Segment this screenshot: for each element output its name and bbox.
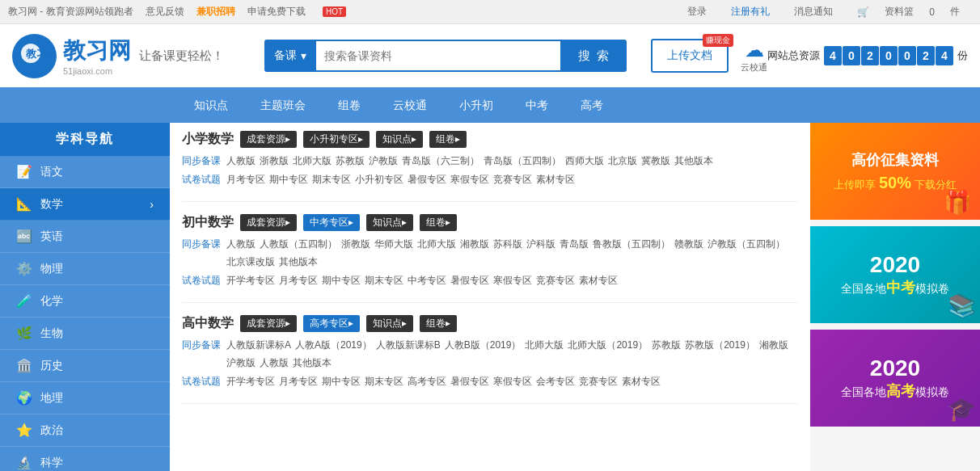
sidebar-item-历史[interactable]: 🏛️ 历史: [0, 350, 170, 382]
row-link[interactable]: 素材专区: [579, 274, 618, 288]
sidebar-item-物理[interactable]: ⚙️ 物理: [0, 253, 170, 285]
row-link[interactable]: 沪科版: [526, 238, 555, 251]
sidebar-item-政治[interactable]: ⭐ 政治: [0, 414, 170, 447]
sidebar-item-生物[interactable]: 🌿 生物: [0, 318, 170, 350]
tag-btn-3[interactable]: 组卷▸: [429, 131, 467, 148]
tag-btn-3[interactable]: 组卷▸: [420, 214, 457, 231]
tag-btn-3[interactable]: 组卷▸: [420, 315, 457, 332]
row-link[interactable]: 寒假专区: [493, 375, 532, 389]
row-link[interactable]: 高考专区: [408, 375, 446, 389]
tag-btn-0[interactable]: 成套资源▸: [240, 131, 297, 148]
row-link[interactable]: 寒假专区: [450, 173, 489, 187]
row-link[interactable]: 冀教版: [641, 154, 670, 168]
row-link[interactable]: 北师大版: [293, 154, 332, 168]
row-link[interactable]: 青岛版: [560, 238, 589, 251]
row-link[interactable]: 浙教版: [260, 154, 289, 168]
row-link[interactable]: 沪教版: [226, 356, 256, 370]
row-link[interactable]: 其他版本: [293, 356, 332, 370]
row-link[interactable]: 人教版新课标A: [226, 339, 291, 352]
sidebar-item-语文[interactable]: 📝 语文: [0, 156, 170, 188]
row-link[interactable]: 青岛版（六三制）: [402, 154, 479, 168]
free-download-link[interactable]: 申请免费下载 HOT: [247, 5, 358, 19]
row-link[interactable]: 开学考专区: [226, 274, 275, 288]
nav-tab-中考[interactable]: 中考: [509, 89, 564, 123]
search-dropdown[interactable]: 备课 ▾: [264, 40, 316, 72]
row-link[interactable]: 寒假专区: [493, 274, 532, 288]
row-link[interactable]: 期中专区: [322, 375, 361, 389]
row-link[interactable]: 北师大版: [417, 238, 456, 251]
row-link[interactable]: 人教A版（2019）: [295, 339, 372, 352]
row-link[interactable]: 北京课改版: [226, 255, 275, 269]
row-link[interactable]: 人教版: [226, 238, 256, 251]
row-link[interactable]: 人教版: [260, 356, 289, 370]
sidebar-item-化学[interactable]: 🧪 化学: [0, 285, 170, 318]
cart-area[interactable]: 🛒 资料篮 0 件: [857, 5, 972, 19]
row-link[interactable]: 苏教版: [652, 339, 681, 352]
row-link[interactable]: 期中专区: [269, 173, 308, 187]
row-link[interactable]: 湘教版: [460, 238, 489, 251]
row-link[interactable]: 月考专区: [279, 274, 318, 288]
row-link[interactable]: 期末专区: [365, 274, 403, 288]
banner-zhongkao[interactable]: 2020 全国各地中考模拟卷 📚: [810, 226, 980, 323]
feedback-link[interactable]: 意见反馈: [146, 5, 184, 19]
nav-tab-组卷[interactable]: 组卷: [322, 89, 377, 123]
row-link[interactable]: 月考专区: [279, 375, 318, 389]
sidebar-item-地理[interactable]: 🌍 地理: [0, 382, 170, 414]
sidebar-item-数学[interactable]: 📐 数学 ›: [0, 188, 170, 221]
row-link[interactable]: 月考专区: [226, 173, 265, 187]
row-link[interactable]: 西师大版: [565, 154, 604, 168]
row-link[interactable]: 北师大版（2019）: [568, 339, 648, 352]
tag-btn-0[interactable]: 成套资源▸: [240, 315, 297, 332]
row-link[interactable]: 素材专区: [622, 375, 661, 389]
nav-tab-知识点[interactable]: 知识点: [178, 89, 244, 123]
row-link[interactable]: 青岛版（五四制）: [484, 154, 561, 168]
row-link[interactable]: 人教B版（2019）: [445, 339, 522, 352]
banner-gaokao[interactable]: 2020 全国各地高考模拟卷 🎓: [810, 330, 980, 427]
row-link[interactable]: 沪教版: [369, 154, 398, 168]
login-link[interactable]: 登录: [687, 5, 707, 19]
sidebar-item-英语[interactable]: 🔤 英语: [0, 221, 170, 253]
row-link[interactable]: 会考专区: [536, 375, 575, 389]
row-link[interactable]: 人教版（五四制）: [260, 238, 337, 251]
row-link[interactable]: 暑假专区: [408, 173, 446, 187]
banner-collect[interactable]: 高价征集资料 上传即享 50% 下载分红 🎁: [810, 123, 980, 220]
row-link[interactable]: 苏教版（2019）: [685, 339, 755, 352]
row-link[interactable]: 苏科版: [493, 238, 522, 251]
nav-tab-小升初[interactable]: 小升初: [443, 89, 509, 123]
tag-btn-2[interactable]: 知识点▸: [366, 214, 413, 231]
row-link[interactable]: 赣教版: [674, 238, 703, 251]
tag-btn-1[interactable]: 高考专区▸: [303, 315, 360, 332]
row-link[interactable]: 小升初专区: [355, 173, 403, 187]
cloud-btn[interactable]: ☁ 云校通: [741, 39, 767, 74]
tag-btn-1[interactable]: 小升初专区▸: [303, 131, 370, 148]
row-link[interactable]: 竞赛专区: [536, 274, 575, 288]
part-time-link[interactable]: 兼职招聘: [196, 5, 235, 19]
row-link[interactable]: 鲁教版（五四制）: [593, 238, 670, 251]
row-link[interactable]: 开学考专区: [226, 375, 275, 389]
row-link[interactable]: 华师大版: [374, 238, 413, 251]
nav-tab-云校通[interactable]: 云校通: [377, 89, 443, 123]
row-link[interactable]: 其他版本: [674, 154, 713, 168]
row-link[interactable]: 暑假专区: [450, 375, 489, 389]
row-link[interactable]: 期末专区: [365, 375, 403, 389]
tag-btn-2[interactable]: 知识点▸: [366, 315, 413, 332]
row-link[interactable]: 北京版: [608, 154, 637, 168]
sidebar-item-科学[interactable]: 🔬 科学: [0, 447, 170, 471]
row-link[interactable]: 苏教版: [336, 154, 365, 168]
row-link[interactable]: 其他版本: [279, 255, 318, 269]
search-button[interactable]: 搜 索: [562, 40, 627, 72]
search-input[interactable]: [316, 40, 562, 72]
nav-tab-高考[interactable]: 高考: [564, 89, 619, 123]
row-link[interactable]: 暑假专区: [450, 274, 489, 288]
row-link[interactable]: 竞赛专区: [493, 173, 532, 187]
row-link[interactable]: 竞赛专区: [579, 375, 618, 389]
tag-btn-2[interactable]: 知识点▸: [376, 131, 423, 148]
register-link[interactable]: 注册有礼: [731, 5, 770, 19]
row-link[interactable]: 湘教版: [759, 339, 788, 352]
row-link[interactable]: 人教版: [226, 154, 256, 168]
row-link[interactable]: 人教版新课标B: [376, 339, 441, 352]
tag-btn-0[interactable]: 成套资源▸: [240, 214, 297, 231]
row-link[interactable]: 期中专区: [322, 274, 361, 288]
tag-btn-1[interactable]: 中考专区▸: [303, 214, 360, 231]
row-link[interactable]: 北师大版: [525, 339, 564, 352]
